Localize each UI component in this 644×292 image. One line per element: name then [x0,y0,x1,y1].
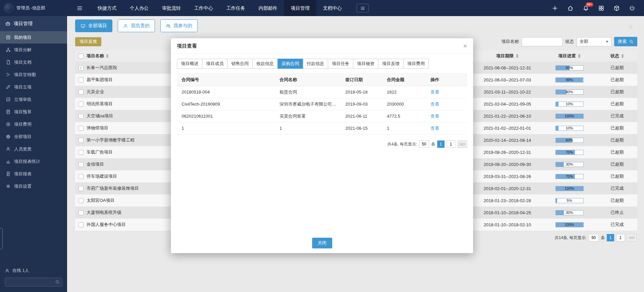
top-navigation: 快捷方式个人办公审批流转工作中心工作任务内部邮件项目管理文档中心 [91,0,348,16]
modal-tab[interactable]: 项目任务 [328,59,354,69]
favorite-star-icon[interactable]: ☆ [628,23,633,30]
row-checkbox[interactable] [78,114,84,119]
sidebar-item[interactable]: 项目文档 [0,56,67,68]
more-menu-button[interactable] [357,4,369,12]
top-nav-item[interactable]: 工作任务 [220,0,252,16]
close-button[interactable]: 关闭 [312,238,332,248]
page-size-input[interactable] [589,234,599,241]
contract-column-header: 合同名称 [275,77,341,83]
current-page-button[interactable]: 1 [607,234,614,241]
row-checkbox[interactable] [78,162,84,167]
go-button[interactable]: GO [457,140,467,148]
sidebar-item[interactable]: 我的项目 [0,31,67,44]
sidebar-item[interactable]: 项目报表统计 [0,155,67,168]
search-button[interactable]: 搜索 [614,37,637,46]
current-page-button[interactable]: 1 [437,140,444,148]
top-nav-item[interactable]: 审批流转 [155,0,187,16]
sidebar-item[interactable]: 项目预算 [0,106,67,118]
top-nav-item[interactable]: 内部邮件 [252,0,284,16]
search-button-label: 搜索 [618,39,627,45]
search-group: 项目名称 状态 全部 搜索 [501,37,637,46]
project-status: 已超期 [597,101,637,107]
modal-tab[interactable]: 销售合同 [227,59,253,69]
project-feedback-button[interactable]: 项目反馈 [75,37,101,46]
grid-icon[interactable] [598,5,604,11]
project-status: 已完成 [597,222,637,228]
plus-icon[interactable] [552,5,558,11]
top-nav-item[interactable]: 项目管理 [284,0,316,16]
grid-icon [598,5,604,11]
goto-page-input[interactable] [446,140,455,148]
sidebar-item[interactable]: 人员资质 [0,143,67,155]
modal-tab[interactable]: 项目费用 [404,59,429,69]
view-link[interactable]: 查看 [431,114,439,119]
view-link[interactable]: 查看 [431,102,439,107]
power-icon[interactable] [629,5,635,11]
modal-tab[interactable]: 收款信息 [253,59,278,69]
row-checkbox[interactable] [78,90,84,95]
view-link[interactable]: 查看 [431,126,439,131]
row-checkbox[interactable] [78,186,84,191]
sidebar-item[interactable]: 项目分解 [0,44,67,56]
row-checkbox[interactable] [78,222,84,227]
home-icon [567,5,574,11]
globe-icon [6,134,11,139]
modal-tab[interactable]: 采购合同 [278,59,303,69]
row-checkbox[interactable] [78,210,84,215]
sidebar-item[interactable]: 项目设置 [0,180,67,192]
modal-tab[interactable]: 项目概述 [177,59,203,69]
sidebar-item[interactable]: 立项审批 [0,93,67,106]
status-select[interactable]: 全部 [577,37,611,46]
column-header-period[interactable]: 项目期限 [473,53,542,59]
briefcase-icon [5,21,10,26]
sidebar-title-label: 项目管理 [14,21,33,27]
home-icon[interactable] [567,5,574,11]
filter-button[interactable]: 我参与的 [160,19,198,32]
row-checkbox[interactable] [78,138,84,143]
row-checkbox[interactable] [78,150,84,155]
sidebar-item[interactable]: 全部项目 [0,130,67,143]
modal-tab[interactable]: 项目反馈 [378,59,404,69]
sidebar-item[interactable]: 项目费用 [0,118,67,130]
menu-collapse-icon[interactable] [76,5,83,11]
project-name-input[interactable] [522,37,562,46]
calc-icon [6,109,11,114]
close-icon[interactable]: × [463,43,467,49]
project-status: 已超期 [597,149,637,155]
filter-button[interactable]: 我负责的 [118,19,155,32]
project-status: 已超期 [597,65,637,71]
sidebar-item-label: 全部项目 [14,134,32,140]
top-nav-item[interactable]: 工作中心 [187,0,220,16]
gear-icon [6,184,11,189]
top-nav-item[interactable]: 快捷方式 [91,0,123,16]
sidebar-search-input[interactable] [5,278,62,287]
filter-button[interactable]: 全部项目 [75,19,112,32]
row-checkbox[interactable]: ✓ [78,65,84,70]
top-nav-item[interactable]: 个人办公 [123,0,155,16]
bell-icon[interactable]: 99+ [583,5,589,11]
sidebar-item[interactable]: 项目甘特图 [0,68,67,81]
go-button[interactable]: GO [627,234,637,241]
page-size-input[interactable] [419,140,429,148]
project-period: 2021-01-02--2022-01-01 [473,126,542,131]
view-link[interactable]: 查看 [431,90,439,95]
sidebar-item[interactable]: 项目报表 [0,168,67,180]
check-icon [6,97,11,102]
select-all-cell [75,54,87,59]
row-checkbox[interactable] [78,102,84,107]
row-checkbox[interactable] [78,126,84,131]
sidebar-collapse-handle[interactable] [0,228,3,249]
row-checkbox[interactable] [78,198,84,203]
top-nav-item[interactable]: 文档中心 [316,0,348,16]
column-header-status[interactable]: 状态 [597,53,637,59]
modal-tab[interactable]: 项目物资 [353,59,379,69]
cube-icon[interactable] [613,5,620,11]
modal-tab[interactable]: 付款信息 [303,59,328,69]
row-checkbox[interactable] [78,174,84,179]
select-all-checkbox[interactable] [78,54,84,59]
modal-tab[interactable]: 项目成员 [202,59,228,69]
sidebar-item[interactable]: 项目立项 [0,81,67,93]
row-checkbox[interactable] [78,77,84,82]
goto-page-input[interactable] [616,234,625,241]
column-header-progress[interactable]: 项目进度 [542,53,597,59]
